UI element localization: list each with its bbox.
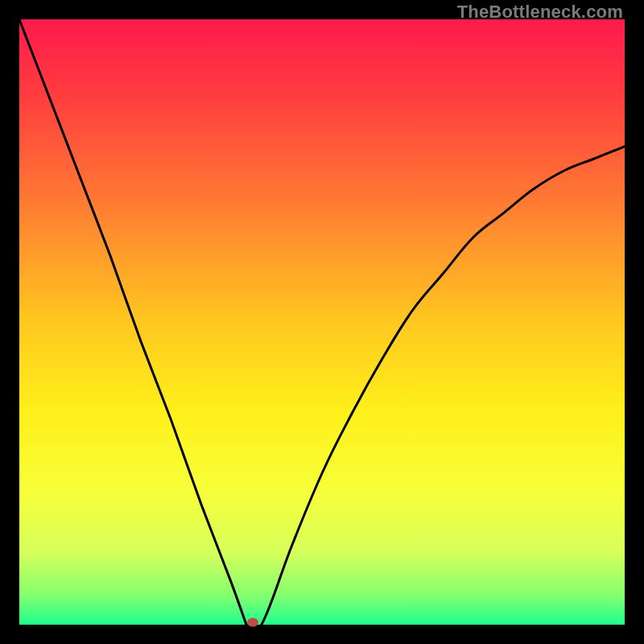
plot-gradient-bg — [19, 19, 625, 625]
plot-frame — [19, 19, 625, 625]
watermark-text: TheBottleneck.com — [457, 2, 623, 23]
svg-rect-0 — [19, 19, 625, 625]
minimum-marker — [247, 618, 258, 627]
